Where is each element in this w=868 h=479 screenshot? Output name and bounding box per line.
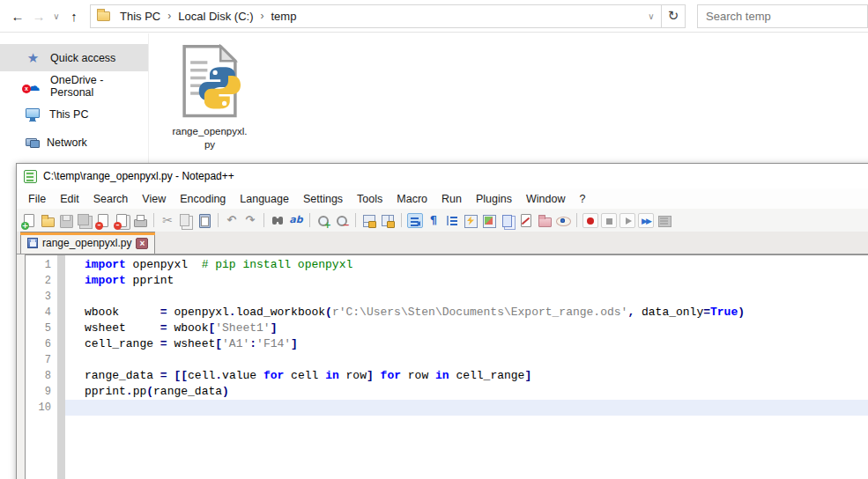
code-area[interactable]: import openpyxl # pip install openpyxlim… [65,255,868,479]
indent-guide-icon[interactable] [444,213,460,228]
menu-search[interactable]: Search [86,190,136,208]
replace-icon[interactable]: ab [288,213,304,228]
onedrive-icon: ☁ [26,78,41,93]
code-token: ] [271,321,278,335]
code-token: openpyxl [126,258,202,271]
network-icon [26,138,37,146]
undo-icon[interactable]: ↶ [224,213,240,228]
code-token: 'A1' [222,337,249,350]
code-token: 'Sheet1' [215,321,270,335]
code-line-3 [65,289,868,305]
save-all-icon[interactable] [77,213,93,228]
line-number: 7 [26,352,51,368]
function-list-icon[interactable] [463,213,479,228]
open-file-icon[interactable] [40,213,56,228]
refresh-icon[interactable]: ↻ [661,5,685,27]
sidebar-item-quick-access[interactable]: ★Quick access [0,44,148,71]
sidebar-item-label: OneDrive - Personal [50,74,148,99]
document-map-icon[interactable] [481,213,497,228]
line-number: 3 [26,289,51,305]
forward-icon[interactable]: → [28,5,49,26]
cut-icon[interactable]: ✂ [160,213,175,228]
tab-range-openpyxl[interactable]: range_openpyxl.py × [20,232,155,254]
menu-?[interactable]: ? [572,190,592,208]
search-box[interactable] [697,4,868,28]
sidebar-item-label: Network [47,136,87,149]
paste-icon[interactable] [197,213,212,228]
python-file-tile[interactable]: range_openpyxl. py [168,44,251,151]
sidebar-item-this-pc[interactable]: This PC [0,100,148,128]
code-token: ( [325,306,332,319]
folder-as-workspace-icon[interactable] [537,213,553,228]
find-icon[interactable] [270,213,286,228]
sidebar-item-network[interactable]: Network [0,129,148,156]
code-token: range_data [153,385,222,398]
print-icon[interactable] [132,213,148,228]
zoom-out-icon[interactable] [334,213,350,228]
toolbar-separator [218,213,219,227]
menu-view[interactable]: View [135,190,173,208]
line-number: 8 [26,368,51,384]
sidebar-item-onedrive[interactable]: ☁OneDrive - Personal [0,72,148,99]
document-switcher-icon[interactable] [500,213,516,228]
address-bar[interactable]: This PC›Local Disk (C:)›temp ∨ ↻ [90,4,686,28]
menu-tools[interactable]: Tools [350,190,389,208]
view-in-browser-icon[interactable] [555,213,571,228]
code-token: in [325,369,339,382]
redo-icon[interactable]: ↷ [242,213,258,228]
macro-play-icon[interactable] [619,213,635,228]
code-token: row [401,369,435,382]
code-token: cell_range [449,369,525,382]
address-dropdown-icon[interactable]: ∨ [642,11,661,21]
code-token: for [381,369,401,382]
breadcrumb-item-local-disk-c-[interactable]: Local Disk (C:) [172,5,259,27]
breadcrumb-item-this-pc[interactable]: This PC [114,5,167,27]
search-input[interactable] [706,10,859,23]
close-icon[interactable] [95,213,111,228]
menu-window[interactable]: Window [519,190,572,208]
code-token: ] [524,369,531,382]
zoom-in-icon[interactable] [315,213,331,228]
toolbar-separator [401,213,402,227]
code-line-2: import pprint [65,273,868,289]
sync-vertical-scrolling-icon[interactable] [361,213,377,228]
macro-record-icon[interactable] [582,213,598,228]
monitoring-icon[interactable] [518,213,534,228]
menu-macro[interactable]: Macro [389,190,434,208]
new-file-icon[interactable] [21,213,37,228]
menu-bar: FileEditSearchViewEncodingLanguageSettin… [17,188,868,209]
menu-run[interactable]: Run [434,190,469,208]
up-icon[interactable]: ↑ [63,5,85,26]
copy-icon[interactable] [178,213,194,228]
title-bar[interactable]: C:\temp\range_openpyxl.py - Notepad++ [17,164,868,188]
menu-settings[interactable]: Settings [296,190,350,208]
code-line-7 [65,352,868,368]
code-token: : [249,337,256,350]
show-all-characters-icon[interactable]: ¶ [426,213,441,228]
code-token: 'F14' [256,337,291,350]
close-all-icon[interactable] [114,213,130,228]
menu-edit[interactable]: Edit [53,190,86,208]
macro-save-icon[interactable] [657,213,672,228]
code-token: cell_range [85,337,160,350]
code-token: = [160,306,167,319]
breadcrumb-item-temp[interactable]: temp [264,5,302,27]
word-wrap-icon[interactable] [407,213,423,228]
menu-file[interactable]: File [21,190,53,208]
file-name: range_openpyxl. py [168,125,251,151]
history-dropdown-icon[interactable]: ∨ [49,5,63,26]
menu-language[interactable]: Language [233,190,296,208]
sync-horizontal-scrolling-icon[interactable] [380,213,396,228]
code-editor[interactable]: 12345678910 import openpyxl # pip instal… [25,254,868,479]
menu-encoding[interactable]: Encoding [173,190,233,208]
macro-stop-icon[interactable] [601,213,617,228]
tab-close-icon[interactable]: × [136,238,148,249]
save-icon[interactable] [58,213,74,228]
code-line-6: cell_range = wsheet['A1':'F14'] [65,336,868,352]
code-token: r'C:\Users\Sten\Documents\Export_range.o… [332,306,627,319]
menu-plugins[interactable]: Plugins [469,190,519,208]
macro-run-multiple-icon[interactable]: ▶▶ [638,213,654,228]
line-number: 9 [26,384,51,400]
tab-bar: range_openpyxl.py × [17,232,868,254]
back-icon[interactable]: ← [7,5,28,26]
